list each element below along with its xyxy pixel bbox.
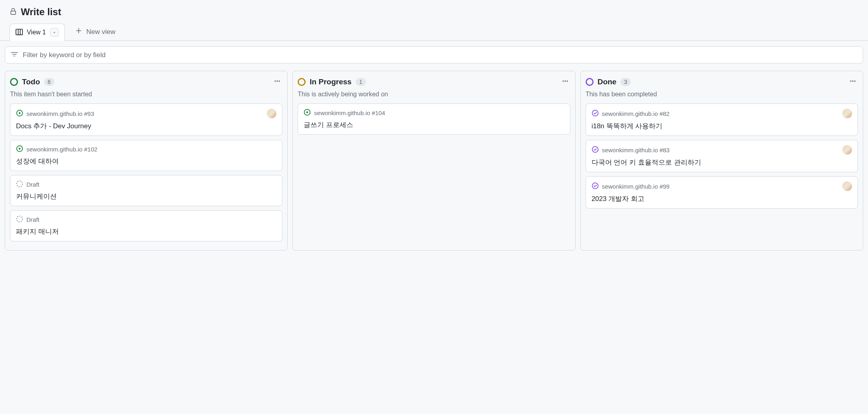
tab-view-1[interactable]: View 1: [10, 24, 65, 41]
card-meta-row: sewonkimm.github.io #102: [16, 145, 276, 153]
card-title: 2023 개발자 회고: [592, 194, 852, 203]
card-title: 패키지 매니저: [16, 227, 276, 236]
card-meta-row: sewonkimm.github.io #83: [592, 145, 852, 155]
column-todo: Todo6This item hasn't been startedsewonk…: [5, 71, 288, 251]
svg-point-9: [592, 146, 598, 152]
issue-status-icon: [16, 180, 23, 189]
svg-point-3: [19, 148, 21, 150]
column-in-progress: In Progress1This is actively being worke…: [292, 71, 575, 251]
board: Todo6This item hasn't been startedsewonk…: [5, 71, 863, 251]
lock-icon: [10, 8, 17, 16]
board-card[interactable]: sewonkimm.github.io #992023 개발자 회고: [586, 176, 858, 209]
column-count-badge: 1: [356, 78, 366, 86]
column-description: This has been completed: [586, 91, 858, 98]
board-card[interactable]: Draft커뮤니케이션: [10, 175, 282, 206]
tabs-row: View 1 New view: [10, 23, 858, 40]
board-body: Todo6This item hasn't been startedsewonk…: [0, 41, 868, 256]
assignee-avatar[interactable]: [842, 145, 852, 155]
kebab-icon: [562, 78, 569, 85]
tab-label: View 1: [27, 29, 46, 36]
new-view-button[interactable]: New view: [70, 23, 121, 40]
status-circle-icon: [10, 78, 18, 86]
page-header: Write list View 1 New view: [0, 0, 868, 41]
issue-status-icon: [16, 145, 23, 153]
filter-icon: [11, 51, 18, 59]
svg-point-5: [17, 216, 23, 222]
board-card[interactable]: sewonkimm.github.io #104글쓰기 프로세스: [298, 104, 570, 135]
column-menu-button[interactable]: [560, 76, 570, 88]
svg-point-1: [19, 112, 21, 114]
caret-down-icon: [52, 30, 56, 34]
plus-icon: [75, 27, 82, 36]
card-title: 다국어 언어 키 효율적으로 관리하기: [592, 158, 852, 167]
card-ref: sewonkimm.github.io #93: [26, 110, 94, 117]
title-row: Write list: [10, 6, 858, 18]
status-circle-icon: [298, 78, 306, 86]
card-ref: sewonkimm.github.io #83: [602, 147, 670, 153]
board-card[interactable]: sewonkimm.github.io #102성장에 대하여: [10, 140, 282, 171]
issue-status-icon: [16, 109, 23, 118]
svg-point-10: [592, 183, 598, 189]
assignee-avatar[interactable]: [842, 109, 852, 118]
column-done: Done3This has been completedsewonkimm.gi…: [580, 71, 863, 251]
status-circle-icon: [586, 78, 594, 86]
issue-status-icon: [592, 146, 599, 154]
column-description: This item hasn't been started: [10, 91, 282, 98]
column-menu-button[interactable]: [848, 76, 858, 88]
card-title: Docs 추가 - Dev Journey: [16, 121, 276, 131]
card-meta-row: sewonkimm.github.io #93: [16, 109, 276, 118]
issue-status-icon: [304, 109, 311, 117]
issue-status-icon: [592, 109, 599, 118]
card-ref: sewonkimm.github.io #82: [602, 110, 670, 117]
svg-point-8: [592, 110, 598, 116]
issue-status-icon: [592, 182, 599, 191]
card-meta-row: Draft: [16, 180, 276, 189]
card-title: 글쓰기 프로세스: [304, 120, 564, 129]
column-description: This is actively being worked on: [298, 91, 570, 98]
new-view-label: New view: [86, 28, 116, 36]
issue-status-icon: [16, 215, 23, 224]
assignee-avatar[interactable]: [267, 109, 276, 118]
column-header: Done3: [586, 76, 858, 88]
column-count-badge: 6: [44, 78, 54, 86]
column-header: Todo6: [10, 76, 282, 88]
column-title: Todo: [22, 78, 40, 86]
page-title: Write list: [21, 6, 61, 18]
card-meta-row: sewonkimm.github.io #82: [592, 109, 852, 118]
svg-point-4: [17, 181, 23, 187]
card-ref: sewonkimm.github.io #102: [26, 146, 98, 153]
card-meta-row: Draft: [16, 215, 276, 224]
tab-dropdown-button[interactable]: [50, 28, 59, 37]
column-title: Done: [598, 78, 617, 86]
kebab-icon: [274, 78, 281, 85]
card-title: 성장에 대하여: [16, 157, 276, 166]
column-header: In Progress1: [298, 76, 570, 88]
board-card[interactable]: sewonkimm.github.io #83다국어 언어 키 효율적으로 관리…: [586, 140, 858, 172]
card-title: i18n 똑똑하게 사용하기: [592, 121, 852, 131]
card-ref: Draft: [26, 181, 40, 188]
column-title: In Progress: [310, 78, 352, 86]
board-icon: [16, 28, 23, 37]
card-meta-row: sewonkimm.github.io #99: [592, 181, 852, 191]
board-card[interactable]: Draft패키지 매니저: [10, 210, 282, 241]
kebab-icon: [849, 78, 856, 85]
card-meta-row: sewonkimm.github.io #104: [304, 109, 564, 117]
column-menu-button[interactable]: [272, 76, 282, 88]
board-card[interactable]: sewonkimm.github.io #82i18n 똑똑하게 사용하기: [586, 104, 858, 136]
filter-input[interactable]: [23, 51, 857, 59]
card-title: 커뮤니케이션: [16, 192, 276, 201]
card-ref: Draft: [26, 216, 40, 223]
column-count-badge: 3: [620, 78, 631, 86]
svg-point-7: [306, 111, 308, 113]
board-card[interactable]: sewonkimm.github.io #93Docs 추가 - Dev Jou…: [10, 104, 282, 136]
card-ref: sewonkimm.github.io #99: [602, 183, 670, 190]
filter-bar[interactable]: [5, 46, 863, 64]
assignee-avatar[interactable]: [842, 181, 852, 191]
card-ref: sewonkimm.github.io #104: [314, 109, 385, 116]
